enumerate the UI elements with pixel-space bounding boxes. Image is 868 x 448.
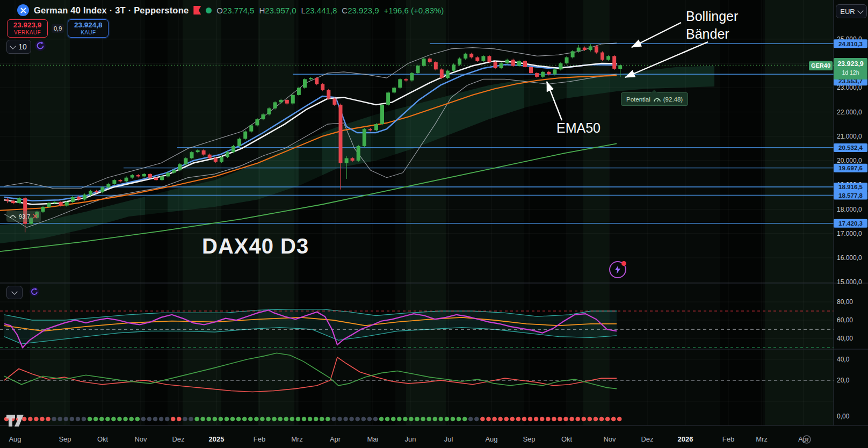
gauge-icon: [653, 97, 661, 102]
signal-dot: [28, 417, 33, 422]
candle-body: [416, 66, 420, 74]
signal-dot: [426, 417, 431, 422]
candle-body: [332, 99, 336, 105]
signal-dot: [421, 417, 425, 422]
session-band: [406, 0, 446, 425]
candle-body: [208, 155, 212, 158]
header: German 40 Index · 3T · Pepperstone O23.7…: [17, 4, 444, 16]
flag-icon[interactable]: [193, 6, 201, 15]
candle-body: [119, 180, 122, 181]
candle-body: [291, 95, 295, 104]
candle-body: [494, 62, 497, 68]
signal-dot: [296, 417, 301, 422]
candle-body: [178, 164, 182, 170]
signal-dot: [284, 417, 289, 422]
candle-body: [475, 57, 479, 61]
candle-body: [154, 178, 158, 180]
candle-body: [5, 199, 9, 200]
signal-dot: [225, 417, 229, 422]
signal-dot: [236, 417, 241, 422]
signal-dot: [409, 417, 414, 422]
signal-dot: [569, 417, 574, 422]
signal-dot: [99, 417, 104, 422]
candle-body: [583, 48, 587, 50]
lightning-icon[interactable]: [609, 261, 626, 278]
symbol-title[interactable]: German 40 Index · 3T · Pepperstone: [34, 5, 189, 16]
signal-dot: [540, 417, 545, 422]
spread-value: 0,9: [52, 24, 64, 33]
auto-refresh-icon[interactable]: [29, 286, 40, 299]
chevron-down-icon: [11, 288, 17, 294]
candle-body: [464, 54, 467, 59]
low-label: L: [301, 6, 306, 15]
signal-dot: [355, 417, 360, 422]
candle-body: [523, 61, 527, 67]
close-icon[interactable]: [33, 214, 38, 219]
indicator-dropdown[interactable]: [6, 286, 23, 299]
signal-dot: [153, 417, 158, 422]
candle-body: [172, 170, 176, 173]
signal-dot: [605, 417, 610, 422]
potential-marker[interactable]: Potential (92.48): [621, 92, 688, 106]
chart-app: 25.000,024.000,023.000,022.000,021.000,0…: [0, 0, 868, 448]
candle-body: [327, 90, 330, 99]
candle-body: [309, 78, 313, 79]
symbol-logo-icon[interactable]: [17, 4, 29, 16]
candle-body: [440, 69, 444, 78]
potential-value: (92.48): [663, 96, 683, 103]
signal-dot: [254, 417, 259, 422]
candle-body: [273, 102, 277, 108]
signal-dot: [474, 417, 479, 422]
chart-canvas[interactable]: 25.000,024.000,023.000,022.000,021.000,0…: [0, 0, 868, 448]
candle-body: [142, 174, 146, 177]
buy-button[interactable]: 23.924,8 KAUF: [68, 19, 108, 38]
signal-dot: [361, 417, 366, 422]
candle-body: [601, 53, 604, 60]
signal-dot: [480, 417, 485, 422]
candle-body: [529, 67, 533, 73]
signal-dot: [403, 417, 408, 422]
candle-body: [214, 158, 218, 162]
signal-dot: [64, 417, 69, 422]
data-status-icon[interactable]: [206, 8, 212, 13]
sell-price: 23.923,9: [13, 21, 42, 30]
signal-dot: [367, 417, 372, 422]
signal-dot: [331, 417, 336, 422]
signal-dot: [379, 417, 384, 422]
signal-dot: [582, 417, 587, 422]
signal-dot: [320, 417, 324, 422]
price-axis[interactable]: [834, 0, 868, 425]
candle-body: [226, 152, 229, 157]
candle-body: [517, 61, 521, 66]
candle-body: [511, 60, 515, 66]
dark-band: [145, 0, 168, 425]
candle-body: [190, 152, 194, 158]
candle-body: [392, 88, 396, 92]
signal-dot: [82, 417, 86, 422]
strategy-badge[interactable]: 93.7: [6, 211, 41, 222]
change-value: +196,6 (+0,83%): [384, 6, 444, 15]
signal-dot: [248, 417, 253, 422]
time-axis[interactable]: [0, 425, 868, 448]
sell-button[interactable]: 23.923,9 VERKAUF: [7, 19, 48, 38]
signal-dot: [415, 417, 419, 422]
candle-body: [285, 100, 289, 104]
candle-body: [136, 175, 140, 176]
signal-dot: [177, 417, 182, 422]
bollinger-annotation[interactable]: Bollinger Bänder: [686, 8, 738, 42]
dark-band: [720, 0, 763, 425]
signal-dot: [159, 417, 164, 422]
signal-dot: [385, 417, 390, 422]
bars-count-dropdown[interactable]: 10: [6, 40, 31, 54]
signal-dot: [171, 417, 176, 422]
signal-dot: [492, 417, 497, 422]
auto-refresh-icon[interactable]: [34, 40, 46, 54]
signal-dot: [588, 417, 592, 422]
signal-dot: [117, 417, 122, 422]
signal-dot: [534, 417, 539, 422]
candle-body: [41, 207, 45, 212]
ema50-annotation[interactable]: EMA50: [556, 119, 601, 137]
signal-dot: [194, 417, 199, 422]
candle-body: [160, 176, 164, 180]
candle-body: [595, 46, 598, 52]
